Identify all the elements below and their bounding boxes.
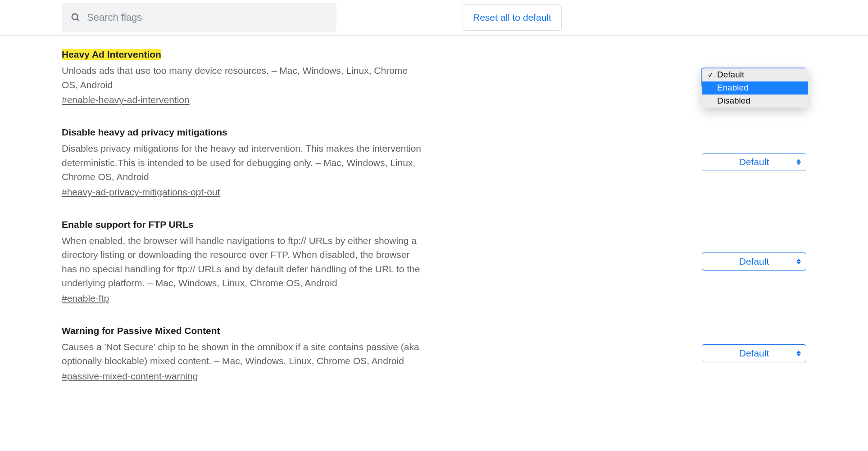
flag-title: Warning for Passive Mixed Content — [62, 325, 220, 336]
search-icon — [71, 13, 81, 23]
flag-row: Enable support for FTP URLs When enabled… — [62, 219, 806, 304]
dropdown-option-label: Enabled — [717, 83, 804, 93]
flag-select[interactable]: Default — [702, 253, 806, 271]
flag-description: When enabled, the browser will handle na… — [62, 234, 427, 290]
svg-line-1 — [77, 19, 80, 22]
search-input[interactable] — [87, 12, 327, 23]
flag-description: Causes a 'Not Secure' chip to be shown i… — [62, 340, 427, 368]
flag-select[interactable]: Default — [702, 153, 806, 171]
flag-anchor-link[interactable]: #heavy-ad-privacy-mitigations-opt-out — [62, 187, 220, 197]
flag-title: Heavy Ad Intervention — [62, 49, 161, 60]
dropdown-option-label: Default — [717, 70, 804, 80]
flag-dropdown-menu: ✓ Default Enabled Disabled — [702, 68, 808, 108]
flag-select[interactable]: Default — [702, 344, 806, 362]
search-box — [62, 3, 336, 32]
flag-description: Disables privacy mitigations for the hea… — [62, 141, 427, 184]
dropdown-option-disabled[interactable]: Disabled — [702, 95, 808, 108]
flag-row: Warning for Passive Mixed Content Causes… — [62, 325, 806, 382]
flags-list: Heavy Ad Intervention Unloads ads that u… — [0, 36, 868, 382]
flag-control: Default — [702, 344, 806, 362]
select-arrows-icon — [796, 351, 801, 356]
flag-control: Default — [702, 153, 806, 171]
flag-row: Disable heavy ad privacy mitigations Dis… — [62, 127, 806, 198]
flag-text: Enable support for FTP URLs When enabled… — [62, 219, 427, 304]
flag-anchor-link[interactable]: #enable-heavy-ad-intervention — [62, 95, 190, 105]
header-bar: Reset all to default — [0, 0, 868, 36]
svg-point-0 — [72, 14, 78, 20]
flag-control: Default — [702, 253, 806, 271]
flag-title: Disable heavy ad privacy mitigations — [62, 127, 227, 138]
flag-row: Heavy Ad Intervention Unloads ads that u… — [62, 49, 806, 105]
dropdown-option-default[interactable]: ✓ Default — [702, 68, 808, 81]
flag-select-value: Default — [739, 348, 769, 359]
flag-title: Enable support for FTP URLs — [62, 219, 193, 230]
dropdown-option-label: Disabled — [717, 96, 804, 106]
flag-text: Disable heavy ad privacy mitigations Dis… — [62, 127, 427, 198]
checkmark-icon: ✓ — [706, 71, 714, 79]
select-arrows-icon — [796, 258, 801, 264]
flag-select-value: Default — [739, 157, 769, 167]
flag-description: Unloads ads that use too many device res… — [62, 63, 427, 92]
flag-anchor-link[interactable]: #enable-ftp — [62, 293, 109, 303]
flag-select-value: Default — [739, 256, 769, 267]
flag-anchor-link[interactable]: #passive-mixed-content-warning — [62, 371, 198, 381]
dropdown-option-enabled[interactable]: Enabled — [702, 81, 808, 95]
reset-all-button[interactable]: Reset all to default — [463, 5, 562, 31]
flag-text: Warning for Passive Mixed Content Causes… — [62, 325, 427, 382]
flag-control: Default ✓ Default Enabled Disabled — [702, 68, 806, 86]
flag-text: Heavy Ad Intervention Unloads ads that u… — [62, 49, 427, 105]
select-arrows-icon — [796, 159, 801, 165]
